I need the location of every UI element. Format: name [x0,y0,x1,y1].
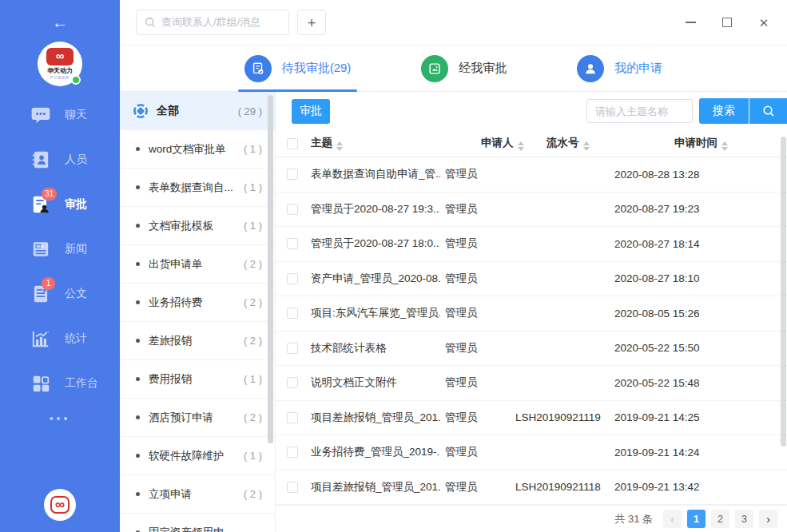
category-item[interactable]: 差旅报销( 2 ) [120,322,275,360]
cell-subject: 管理员于2020-08-27 19:3... [311,202,440,216]
search-button[interactable]: 搜索 [699,98,749,124]
cell-applicant: 管理员 [440,306,511,320]
main-column: 查询联系人/群组/消息 + ✕ 待我审批(29) 经我审批 [120,0,787,532]
table-row[interactable]: 技术部统计表格 管理员 2020-05-22 15:50 [276,332,787,367]
category-label: 费用报销 [149,372,244,387]
sidebar-item-news[interactable]: NEW 新闻 [0,227,120,272]
sidebar-more-button[interactable]: ••• [50,412,71,425]
maximize-icon [722,18,732,27]
category-label: 全部 [157,104,230,118]
page-button-3[interactable]: 3 [735,510,753,528]
category-label: 差旅报销 [149,334,244,348]
sidebar-item-workbench[interactable]: 工作台 [0,361,120,406]
titlebar: 查询联系人/群组/消息 + ✕ [120,0,787,46]
row-checkbox[interactable] [287,377,298,388]
category-item[interactable]: 文档审批模板( 1 ) [120,207,275,245]
bullet-icon [136,147,140,151]
chat-icon [30,104,52,126]
select-all-checkbox[interactable] [287,138,298,149]
sidebar: ← ∞ 华天动力 POWER 聊天 人员 [0,0,120,532]
cell-time: 2020-08-27 19:23 [614,203,787,215]
row-checkbox[interactable] [287,238,298,249]
sidebar-item-official-doc[interactable]: 1 公文 [0,272,120,316]
row-checkbox[interactable] [287,447,298,458]
bullet-icon [136,185,140,189]
category-item[interactable]: 固定资产领用申... [120,514,275,532]
table-row[interactable]: 业务招待费_管理员_2019-... 管理员 2019-09-21 14:24 [276,435,787,470]
table-row[interactable]: 资产申请_管理员_2020-08... 管理员 2020-08-27 18:10 [276,262,787,297]
sidebar-item-chat[interactable]: 聊天 [0,93,120,137]
category-item[interactable]: 出货申请单( 2 ) [120,245,275,284]
maximize-button[interactable] [709,10,745,34]
pending-approval-icon [244,55,272,82]
sidebar-item-label: 聊天 [65,108,87,122]
magnifier-button[interactable] [749,98,787,124]
table-row[interactable]: 表单数据查询自助申请_管... 管理员 2020-08-28 13:28 [276,157,787,193]
header-serial[interactable]: 流水号 [511,136,614,151]
header-applicant[interactable]: 申请人 [440,136,511,151]
sort-icon[interactable] [721,141,728,151]
table-row[interactable]: 管理员于2020-08-27 19:3... 管理员 2020-08-27 19… [276,193,787,228]
global-search-input[interactable]: 查询联系人/群组/消息 [136,10,289,35]
next-page-button[interactable]: › [759,510,777,528]
prev-page-button[interactable]: ‹ [663,510,682,528]
sidebar-item-label: 公文 [65,287,87,301]
cell-serial: LSH20190921119 [511,411,614,423]
tab-my-applications[interactable]: 我的申请 [577,46,662,91]
cell-time: 2020-05-22 15:48 [614,377,787,389]
minimize-button[interactable] [672,10,709,34]
minimize-icon [686,22,696,23]
cell-applicant: 管理员 [440,445,511,459]
global-search-placeholder: 查询联系人/群组/消息 [161,15,260,30]
cell-applicant: 管理员 [440,480,511,494]
close-button[interactable]: ✕ [745,10,782,34]
sidebar-item-approval[interactable]: 31 审批 [0,182,120,227]
table-row[interactable]: 项目:东风汽车展览_管理员... 管理员 2020-08-05 15:26 [276,296,787,332]
bullet-icon [136,300,140,304]
workbench-icon [30,372,52,395]
approve-button[interactable]: 审批 [292,99,330,124]
sort-icon[interactable] [336,141,343,151]
category-item[interactable]: 立项申请( 2 ) [120,475,275,514]
category-scrollbar[interactable] [268,95,273,443]
cell-subject: 业务招待费_管理员_2019-... [311,445,440,459]
category-item[interactable]: 软硬件故障维护( 1 ) [120,437,275,475]
cell-time: 2020-08-27 18:14 [614,238,787,250]
page-button-1[interactable]: 1 [687,510,706,528]
back-arrow-icon[interactable]: ← [0,0,120,30]
avatar[interactable]: ∞ 华天动力 POWER [38,42,82,86]
row-checkbox[interactable] [287,308,298,319]
app-logo[interactable]: ∞ [44,489,76,521]
table-row[interactable]: 项目差旅报销_管理员_201... 管理员 LSH20190921119 201… [276,401,787,436]
add-button[interactable]: + [297,10,326,35]
my-applications-icon [577,55,604,82]
row-checkbox[interactable] [287,169,298,180]
header-subject[interactable]: 主题 [311,136,440,151]
category-item[interactable]: 酒店预订申请( 2 ) [120,399,275,437]
table-scrollbar[interactable] [781,137,786,447]
row-checkbox[interactable] [287,343,298,354]
table-row[interactable]: 说明文档正文附件 管理员 2020-05-22 15:48 [276,366,787,401]
category-item[interactable]: 业务招待费( 2 ) [120,284,275,322]
tab-approved-by-me[interactable]: 经我审批 [421,46,507,91]
category-item[interactable]: 费用报销( 1 ) [120,360,275,399]
row-checkbox[interactable] [287,482,298,493]
category-item[interactable]: 表单数据查询自...( 1 ) [120,169,275,207]
cell-serial: LSH20190921118 [511,481,614,493]
category-all[interactable]: 全部 ( 29 ) [120,92,275,130]
topic-search-input[interactable] [586,99,693,123]
tab-pending-approval[interactable]: 待我审批(29) [244,46,352,91]
row-checkbox[interactable] [287,412,298,423]
table-row[interactable]: 项目差旅报销_管理员_201... 管理员 LSH20190921118 201… [276,470,787,506]
row-checkbox[interactable] [287,204,298,215]
sidebar-item-stats[interactable]: 统计 [0,316,120,361]
table-row[interactable]: 管理员于2020-08-27 18:0... 管理员 2020-08-27 18… [276,227,787,262]
sort-icon[interactable] [583,141,590,151]
category-item[interactable]: word文档审批单( 1 ) [120,130,275,169]
row-checkbox[interactable] [287,273,298,284]
page-button-2[interactable]: 2 [711,510,729,528]
svg-text:NEW: NEW [36,244,43,248]
header-time[interactable]: 申请时间 [614,136,787,151]
sidebar-item-people[interactable]: 人员 [0,137,120,182]
category-count: ( 29 ) [238,105,262,117]
